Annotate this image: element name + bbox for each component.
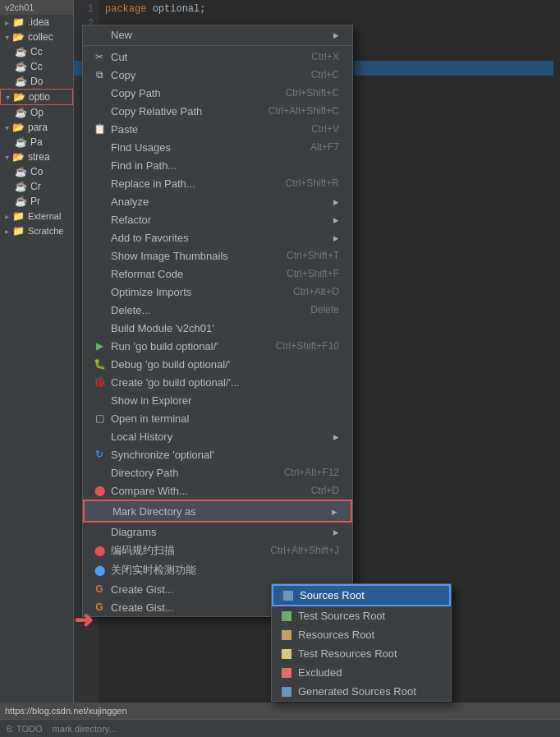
- menu-item-label: Find in Path...: [111, 159, 177, 172]
- folder-open-icon: 📂: [12, 151, 25, 163]
- sidebar-item-co[interactable]: ☕ Co: [0, 164, 73, 179]
- menu-item-label: Run 'go build optional/': [111, 340, 218, 352]
- submenu-item-label: Excluded: [298, 666, 342, 679]
- menu-item-label: Add to Favorites: [111, 232, 189, 244]
- menu-item-local-history[interactable]: Local History ▸: [83, 427, 352, 445]
- menu-item-debug[interactable]: 🐛 Debug 'go build optional/': [83, 355, 352, 373]
- submenu-item-test-resources-root[interactable]: Test Resources Root: [272, 644, 451, 663]
- mark-directory-submenu: Sources Root Test Sources Root Resources…: [271, 583, 452, 702]
- menu-item-run[interactable]: ▶ Run 'go build optional/' Ctrl+Shift+F1…: [83, 337, 352, 355]
- submenu-arrow-icon: ▸: [333, 29, 339, 41]
- menu-item-refactor[interactable]: Refactor ▸: [83, 210, 352, 228]
- sidebar-item-optio[interactable]: ▾ 📂 optio: [0, 89, 73, 105]
- menu-item-label: Delete...: [111, 304, 150, 316]
- sidebar-item-label: Scratche: [28, 226, 63, 236]
- menu-item-copy-relative-path[interactable]: Copy Relative Path Ctrl+Alt+Shift+C: [83, 102, 352, 120]
- menu-item-label: Show Image Thumbnails: [111, 250, 228, 262]
- sidebar-item-external[interactable]: ▸ 📁 External: [0, 209, 73, 223]
- menu-item-analyze[interactable]: Analyze ▸: [83, 192, 352, 210]
- copy-icon: ⧉: [93, 68, 106, 81]
- menu-item-close-realtime[interactable]: ⬤ 关闭实时检测功能: [83, 560, 352, 580]
- submenu-arrow-icon: ▸: [333, 232, 339, 244]
- delete-icon: [93, 303, 106, 316]
- sidebar-item-pa[interactable]: ☕ Pa: [0, 135, 73, 150]
- java-file-icon: ☕: [15, 46, 27, 58]
- submenu-item-test-sources-root[interactable]: Test Sources Root: [272, 606, 451, 625]
- chevron-down-icon: ▾: [5, 123, 9, 132]
- menu-item-compare-with[interactable]: ⬤ Compare With... Ctrl+D: [83, 481, 352, 500]
- todo-label[interactable]: 6: TODO: [7, 724, 43, 734]
- sidebar-item-strea[interactable]: ▾ 📂 strea: [0, 150, 73, 164]
- close-realtime-icon: ⬤: [93, 564, 106, 577]
- menu-item-delete[interactable]: Delete... Delete: [83, 301, 352, 319]
- sidebar-item-do[interactable]: ☕ Do: [0, 74, 73, 89]
- menu-item-new[interactable]: New ▸: [83, 25, 352, 44]
- menu-item-label: Create Gist...: [111, 583, 174, 596]
- menu-item-show-image-thumbnails[interactable]: Show Image Thumbnails Ctrl+Shift+T: [83, 246, 352, 265]
- submenu-item-label: Sources Root: [300, 589, 365, 601]
- menu-item-mark-directory-as[interactable]: Mark Directory as ▸: [83, 500, 352, 523]
- submenu-item-excluded[interactable]: Excluded: [272, 663, 451, 682]
- menu-item-directory-path[interactable]: Directory Path Ctrl+Alt+F12: [83, 463, 352, 481]
- sidebar-title-label: v2ch01: [5, 2, 34, 12]
- tooltip-text: https://blog.csdn.net/xujinggen: [5, 706, 127, 716]
- shortcut-label: Ctrl+C: [311, 69, 339, 81]
- sidebar-item-op[interactable]: ☕ Op: [0, 105, 73, 120]
- menu-item-label: Compare With...: [111, 485, 188, 497]
- sidebar-item-collec[interactable]: ▾ 📂 collec: [0, 30, 73, 44]
- new-icon: [93, 28, 106, 41]
- shortcut-label: Ctrl+Alt+Shift+C: [269, 105, 339, 117]
- menu-item-paste[interactable]: 📋 Paste Ctrl+V: [83, 120, 352, 138]
- menu-item-optimize-imports[interactable]: Optimize Imports Ctrl+Alt+O: [83, 283, 352, 301]
- java-file-icon: ☕: [15, 196, 27, 207]
- sources-root-color-icon: [283, 591, 293, 601]
- menu-item-find-usages[interactable]: Find Usages Alt+F7: [83, 138, 352, 156]
- shortcut-label: Ctrl+V: [311, 123, 339, 135]
- sidebar-item-pr[interactable]: ☕ Pr: [0, 194, 73, 209]
- menu-item-label: Paste: [111, 123, 138, 136]
- mark-directory-icon: [94, 504, 108, 518]
- menu-item-label: Directory Path: [111, 467, 178, 479]
- submenu-item-resources-root[interactable]: Resources Root: [272, 625, 451, 644]
- red-arrow-indicator: ➜: [74, 606, 93, 633]
- menu-item-diagrams[interactable]: Diagrams ▸: [83, 523, 352, 541]
- project-sidebar: v2ch01 ▸ 📁 .idea ▾ 📂 collec ☕ Cc ☕ Cc ☕ …: [0, 0, 74, 737]
- java-file-icon: ☕: [15, 136, 27, 148]
- compare-icon: ⬤: [93, 484, 106, 497]
- menu-item-reformat-code[interactable]: Reformat Code Ctrl+Shift+F: [83, 265, 352, 283]
- menu-item-create-run-config[interactable]: 🐞 Create 'go build optional/'...: [83, 373, 352, 391]
- sidebar-item-cr[interactable]: ☕ Cr: [0, 179, 73, 194]
- analyze-icon: [93, 195, 106, 208]
- submenu-item-label: Test Sources Root: [298, 610, 385, 622]
- sidebar-item-para[interactable]: ▾ 📂 para: [0, 120, 73, 135]
- menu-item-replace-in-path[interactable]: Replace in Path... Ctrl+Shift+R: [83, 174, 352, 192]
- sidebar-item-label: Cc: [30, 61, 43, 72]
- menu-item-show-explorer[interactable]: Show in Explorer: [83, 391, 352, 409]
- menu-item-find-in-path[interactable]: Find in Path...: [83, 156, 352, 174]
- chevron-down-icon: ▾: [5, 33, 9, 42]
- sidebar-item-cc2[interactable]: ☕ Cc: [0, 59, 73, 74]
- shortcut-label: Ctrl+Alt+Shift+J: [270, 545, 339, 556]
- menu-item-copy[interactable]: ⧉ Copy Ctrl+C: [83, 66, 352, 84]
- sidebar-item-scratche[interactable]: ▸ 📁 Scratche: [0, 223, 73, 238]
- submenu-item-generated-sources-root[interactable]: Generated Sources Root: [272, 682, 451, 701]
- debug-icon: 🐛: [93, 357, 106, 371]
- sidebar-item-label: optio: [29, 91, 50, 103]
- sidebar-item-label: Op: [30, 107, 44, 118]
- menu-item-label: Optimize Imports: [111, 286, 191, 298]
- sidebar-item-cc1[interactable]: ☕ Cc: [0, 44, 73, 59]
- submenu-item-label: Test Resources Root: [298, 647, 397, 660]
- sidebar-item-idea[interactable]: ▸ 📁 .idea: [0, 15, 73, 30]
- mark-directory-label: mark directory...: [53, 724, 117, 734]
- create-icon: 🐞: [93, 375, 106, 389]
- menu-item-add-to-favorites[interactable]: Add to Favorites ▸: [83, 228, 352, 246]
- menu-item-synchronize[interactable]: ↻ Synchronize 'optional': [83, 445, 352, 463]
- menu-item-build-module[interactable]: Build Module 'v2ch01': [83, 319, 352, 337]
- menu-item-open-terminal[interactable]: ▢ Open in terminal: [83, 409, 352, 427]
- menu-item-cut[interactable]: ✂ Cut Ctrl+X: [83, 48, 352, 66]
- menu-item-encoding-scan[interactable]: ⬤ 编码规约扫描 Ctrl+Alt+Shift+J: [83, 541, 352, 560]
- menu-item-copy-path[interactable]: Copy Path Ctrl+Shift+C: [83, 84, 352, 102]
- submenu-item-sources-root[interactable]: Sources Root: [272, 584, 451, 606]
- shortcut-label: Ctrl+Alt+F12: [284, 467, 339, 478]
- java-file-icon: ☕: [15, 107, 27, 118]
